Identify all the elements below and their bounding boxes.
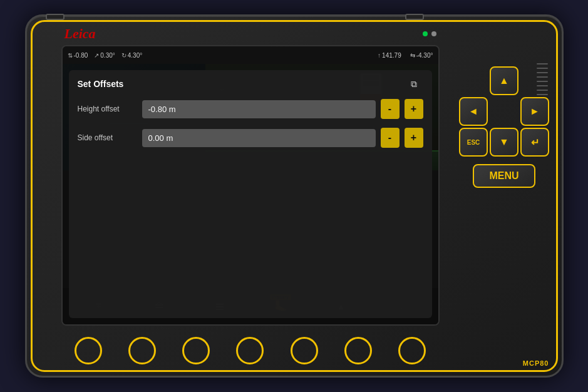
status-rotation: ↻ 4.30° — [121, 52, 142, 59]
dpad-down-button[interactable]: ▼ — [490, 128, 518, 157]
dot-green — [423, 31, 428, 36]
device-body: Leica ⇅ -0.80 ↗ 0.30° — [25, 14, 564, 378]
tilt-value: -0.80 — [74, 52, 88, 59]
device-model-label: MCP80 — [523, 359, 549, 367]
side-offset-minus-button[interactable]: - — [381, 128, 400, 148]
dpad-empty-tl — [459, 66, 488, 95]
dpad-right-button[interactable]: ► — [520, 97, 549, 126]
soft-key-1[interactable] — [75, 337, 102, 364]
soft-key-6[interactable] — [344, 337, 372, 364]
slope-icon: ↗ — [94, 52, 99, 59]
height-value: 141.79 — [382, 52, 401, 59]
external-link-icon[interactable]: ⧉ — [411, 79, 423, 91]
dpad-up-button[interactable]: ▲ — [490, 66, 518, 95]
slope-value: 0.30° — [100, 52, 115, 59]
height-offset-plus-button[interactable]: + — [405, 99, 423, 119]
side-offset-plus-button[interactable]: + — [405, 128, 423, 148]
dpad-center — [490, 97, 518, 126]
height-offset-minus-button[interactable]: - — [381, 99, 400, 119]
bottom-buttons — [61, 337, 440, 364]
side-offset-label: Side offset — [78, 133, 137, 142]
tilt2-value: -4.30° — [416, 52, 433, 59]
bumper-left — [46, 14, 64, 20]
soft-key-4[interactable] — [236, 337, 264, 364]
rotation-value: 4.30° — [128, 52, 142, 59]
dialog-box: Set Offsets ⧉ Height offset - + Side off… — [69, 70, 432, 318]
menu-button[interactable]: MENU — [473, 164, 535, 188]
leica-logo: Leica — [64, 26, 96, 42]
soft-key-5[interactable] — [291, 337, 318, 364]
rotation-icon: ↻ — [121, 52, 126, 59]
side-offset-input[interactable] — [142, 129, 376, 147]
status-right: ↑ 141.79 ⇆ -4.30° — [378, 52, 433, 59]
esc-button[interactable]: ESC — [459, 128, 488, 157]
height-offset-input[interactable] — [142, 100, 376, 118]
height-icon: ↑ — [378, 52, 381, 59]
dialog-title: Set Offsets — [78, 79, 423, 89]
top-bar: Leica — [64, 23, 436, 45]
enter-button[interactable]: ↵ — [520, 128, 549, 157]
dpad-left-button[interactable]: ◄ — [459, 97, 488, 126]
status-tilt2: ⇆ -4.30° — [410, 52, 433, 59]
status-bar: ⇅ -0.80 ↗ 0.30° ↻ 4.30° ↑ 141.79 — [63, 46, 438, 64]
dialog-overlay: Set Offsets ⧉ Height offset - + Side off… — [63, 64, 438, 324]
soft-key-7[interactable] — [398, 337, 426, 364]
dpad-empty-tr — [520, 66, 549, 95]
height-offset-label: Height offset — [78, 105, 137, 113]
tilt-icon: ⇅ — [68, 52, 73, 59]
right-controls: ▲ ◄ ► ESC ▼ ↵ MENU — [456, 66, 553, 188]
status-slope: ↗ 0.30° — [94, 52, 115, 59]
dot-gray — [431, 31, 436, 36]
height-offset-row: Height offset - + — [78, 99, 423, 119]
status-tilt: ⇅ -0.80 — [68, 52, 88, 59]
soft-key-3[interactable] — [182, 337, 210, 364]
status-dots — [423, 31, 436, 36]
bumper-right — [405, 14, 424, 20]
status-left: ⇅ -0.80 ↗ 0.30° ↻ 4.30° — [68, 52, 143, 59]
screen: ⇅ -0.80 ↗ 0.30° ↻ 4.30° ↑ 141.79 — [61, 45, 440, 326]
status-height: ↑ 141.79 — [378, 52, 401, 59]
dpad: ▲ ◄ ► ESC ▼ ↵ — [459, 66, 549, 157]
soft-key-2[interactable] — [128, 337, 156, 364]
side-offset-row: Side offset - + — [78, 128, 423, 148]
tilt2-icon: ⇆ — [410, 52, 415, 59]
